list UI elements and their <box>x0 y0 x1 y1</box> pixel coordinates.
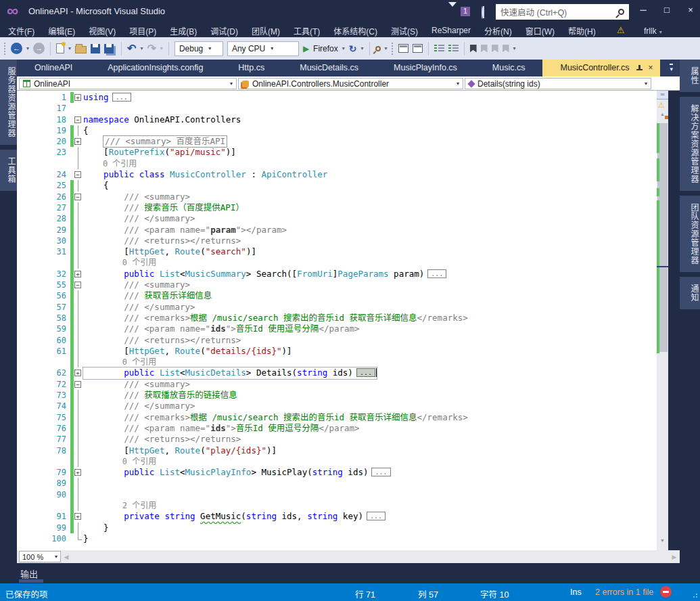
undo-dropdown[interactable]: ▾ <box>140 45 143 51</box>
undo-button[interactable]: ↶ <box>127 42 136 55</box>
document-tab[interactable]: Music.cs <box>475 60 543 76</box>
open-file-button[interactable] <box>75 46 87 53</box>
toolbar-grip[interactable] <box>4 43 7 55</box>
codelens-references[interactable]: 0 个引用 <box>83 258 156 267</box>
collapsed-region-box[interactable]: ... <box>371 468 390 476</box>
refresh-dropdown[interactable]: ▾ <box>361 45 364 51</box>
tool-window-tab[interactable]: 团队资源管理器 <box>680 196 700 272</box>
menu-item[interactable]: 团队(M) <box>250 25 281 37</box>
tool-window-tab[interactable]: 属性 <box>680 60 700 92</box>
menu-item[interactable]: 工具(T) <box>292 25 321 37</box>
menu-item[interactable]: 调试(D) <box>209 25 239 37</box>
fold-toggle[interactable]: − <box>74 282 81 288</box>
user-account[interactable]: frllk▾ <box>644 26 662 36</box>
license-warning-icon[interactable]: ⚠ <box>617 25 625 35</box>
start-debugging-icon[interactable]: ▶ <box>303 44 309 53</box>
error-count-status[interactable]: 2 errors in 1 file <box>595 587 653 597</box>
redo-button[interactable]: ↷ <box>147 42 156 55</box>
navigate-forward-button[interactable]: → <box>33 43 45 54</box>
collapsed-region-box[interactable]: ... <box>367 512 386 520</box>
tool-window-tab[interactable]: 通知 <box>680 277 700 309</box>
collapse-to-definitions-button[interactable] <box>398 44 409 53</box>
solution-configuration-combo[interactable]: Debug▾ <box>174 41 223 56</box>
browser-target-dropdown[interactable]: ▾ <box>342 45 345 51</box>
output-panel-tab[interactable]: 输出 <box>20 567 38 580</box>
fold-toggle[interactable]: − <box>74 116 81 123</box>
document-tab[interactable]: MusicPlayInfo.cs <box>376 60 475 76</box>
menu-item[interactable]: 文件(F) <box>7 25 36 37</box>
save-button[interactable] <box>91 44 100 53</box>
error-status-icon[interactable] <box>660 586 672 598</box>
scroll-down-arrow[interactable]: ▼ <box>657 538 668 543</box>
document-tab[interactable]: MusicController.cs× <box>542 60 659 76</box>
menu-item[interactable]: 窗口(W) <box>524 25 556 37</box>
find-in-files-icon[interactable] <box>375 46 381 51</box>
pin-tab-icon[interactable] <box>636 65 643 72</box>
toolbar-overflow-button-2[interactable]: ▾ <box>513 45 516 51</box>
navigate-backward-button[interactable]: ← <box>11 43 22 54</box>
feedback-filter-icon[interactable] <box>448 7 457 16</box>
refresh-button[interactable]: ↻ <box>349 43 357 54</box>
notification-count-badge[interactable]: 1 <box>461 7 470 16</box>
vertical-scrollbar[interactable]: ═ ⚠ ▲ ▼ <box>657 91 668 550</box>
fold-toggle[interactable]: − <box>74 171 81 178</box>
collapsed-region-box[interactable]: ... <box>112 93 131 102</box>
sign-in-icon[interactable] <box>479 7 490 17</box>
maximize-button[interactable]: □ <box>656 0 678 20</box>
fold-toggle[interactable]: − <box>74 381 81 388</box>
collapsed-region-box[interactable]: ... <box>427 269 446 278</box>
codelens-references[interactable]: 0 个引用 <box>83 457 156 466</box>
fold-toggle[interactable]: + <box>74 138 81 145</box>
quick-launch-search[interactable]: 快速启动 (Ctrl+Q) <box>496 4 629 20</box>
menu-item[interactable]: 分析(N) <box>483 25 513 37</box>
minimize-button[interactable]: ─ <box>632 0 654 20</box>
menu-item[interactable]: 体系结构(C) <box>332 25 379 37</box>
document-tab[interactable]: OnlineAPI <box>17 60 90 76</box>
menu-item[interactable]: 生成(B) <box>168 25 198 37</box>
fold-toggle[interactable]: + <box>74 370 81 376</box>
scrollbar-warning-icon[interactable]: ⚠ <box>658 101 665 110</box>
browser-target-label[interactable]: Firefox <box>313 44 338 53</box>
toggle-outlining-button[interactable] <box>413 44 423 53</box>
close-button[interactable]: × <box>680 0 700 20</box>
codelens-references[interactable]: 0 个引用 <box>83 357 156 367</box>
editor-zoom-combo[interactable]: 100 %▾ <box>19 551 61 562</box>
menu-item[interactable]: 测试(S) <box>390 25 419 37</box>
document-tab[interactable]: ApplicationInsights.config <box>90 60 220 76</box>
menu-item[interactable]: 帮助(H) <box>567 25 597 37</box>
next-bookmark-button[interactable] <box>492 45 498 53</box>
collapsed-region-box[interactable]: ... <box>356 368 375 377</box>
close-tab-icon[interactable]: × <box>649 60 653 76</box>
tab-list-dropdown[interactable]: ▾ <box>670 64 673 72</box>
toolbar-grip-2[interactable] <box>392 43 394 55</box>
clear-bookmarks-button[interactable] <box>503 45 509 53</box>
uncomment-selection-button[interactable] <box>448 44 459 53</box>
document-tab[interactable]: Http.cs <box>220 60 282 76</box>
toggle-bookmark-button[interactable] <box>470 45 477 53</box>
menu-item[interactable]: 项目(P) <box>128 25 158 37</box>
previous-bookmark-button[interactable] <box>481 45 488 53</box>
redo-dropdown[interactable]: ▾ <box>160 45 163 51</box>
fold-toggle[interactable]: + <box>74 94 81 101</box>
code-editor[interactable]: 1+using...1718−namespace OnlineAPI.Contr… <box>17 91 668 550</box>
new-file-button[interactable] <box>56 43 64 53</box>
menu-item[interactable]: ReSharper <box>430 26 472 35</box>
tool-window-tab[interactable]: 工具箱 <box>0 150 17 191</box>
new-file-dropdown[interactable]: ▾ <box>68 45 71 51</box>
fold-toggle[interactable]: + <box>74 469 81 476</box>
menu-item[interactable]: 视图(V) <box>87 25 117 37</box>
codelens-references[interactable]: 0 个引用 <box>83 159 137 169</box>
tool-window-tab[interactable]: 服务器资源管理器 <box>0 60 17 145</box>
member-dropdown[interactable]: Details(string ids)▾ <box>465 78 651 89</box>
save-all-button[interactable] <box>104 44 114 53</box>
codelens-references[interactable]: 2 个引用 <box>83 501 156 510</box>
fold-toggle[interactable]: + <box>74 513 81 520</box>
navigate-backward-dropdown[interactable]: ▾ <box>26 45 29 51</box>
solution-platform-combo[interactable]: Any CPU▾ <box>227 41 299 56</box>
fold-toggle[interactable]: − <box>74 194 81 200</box>
menu-item[interactable]: 编辑(E) <box>47 25 76 37</box>
fold-toggle[interactable]: + <box>74 271 81 277</box>
split-editor-handle[interactable]: ═ <box>657 91 668 99</box>
toolbar-overflow-button[interactable]: ▾ <box>385 45 388 51</box>
document-tab[interactable]: MusicDetails.cs <box>282 60 376 76</box>
